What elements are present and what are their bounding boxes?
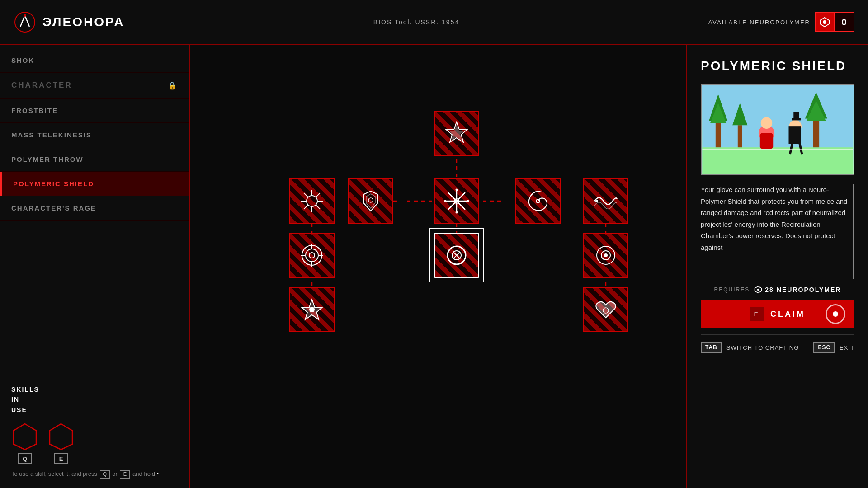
svg-point-34 xyxy=(456,211,458,214)
burst2-icon xyxy=(298,296,326,323)
character-name: ЭЛЕОНОРА xyxy=(42,15,124,29)
svg-point-65 xyxy=(761,117,772,129)
sidebar-item-character[interactable]: CHARACTER 🔒 xyxy=(0,73,189,99)
claim-button[interactable]: F CLAIM xyxy=(701,300,854,328)
burst-icon xyxy=(298,188,326,215)
skill-image xyxy=(701,84,854,175)
skill-node-n2[interactable] xyxy=(289,178,335,224)
skill-node-n5[interactable] xyxy=(515,178,561,224)
logo-icon xyxy=(14,11,36,33)
svg-rect-68 xyxy=(789,126,801,144)
lock-icon: 🔒 xyxy=(168,81,178,90)
skills-in-use-section: SKILLS IN USE Q E To use a skill, select… xyxy=(0,375,189,488)
requires-row: REQUIRES 28 NEUROPOLYMER xyxy=(701,279,854,300)
svg-point-3 xyxy=(823,20,826,24)
neuropolymer-icon xyxy=(815,12,835,32)
claim-circle-icon xyxy=(826,304,845,324)
neuropolymer-badge: 0 xyxy=(815,12,854,32)
requires-label: REQUIRES xyxy=(714,286,750,293)
sidebar-item-shok[interactable]: SHOK xyxy=(0,45,189,73)
svg-rect-59 xyxy=(738,125,742,147)
skill-node-n3[interactable] xyxy=(348,178,393,224)
claim-label: CLAIM xyxy=(770,310,805,319)
neuropolymer-count: 0 xyxy=(835,12,854,32)
svg-line-23 xyxy=(304,193,308,197)
sidebar: SHOK CHARACTER 🔒 FROSTBITE MASS TELEKINE… xyxy=(0,45,190,488)
skill-image-inner xyxy=(702,85,854,174)
skill-node-n4[interactable] xyxy=(434,178,479,224)
q-key: Q xyxy=(18,453,32,464)
q-key-inline: Q xyxy=(100,470,110,479)
skills-in-use-label: SKILLS IN USE xyxy=(11,385,178,415)
svg-marker-4 xyxy=(14,424,36,450)
slot-e: E xyxy=(47,422,75,464)
sidebar-item-polymer-throw[interactable]: POLYMER THROW xyxy=(0,147,189,172)
shield-tile-icon xyxy=(357,188,384,215)
neuropolymer-req-icon xyxy=(754,286,762,294)
skill-artwork xyxy=(702,85,854,174)
claim-key-badge: F xyxy=(750,307,764,321)
slot-q: Q xyxy=(11,422,38,464)
spiral-icon xyxy=(524,188,552,215)
hex-slots: Q E xyxy=(11,422,178,464)
svg-point-50 xyxy=(604,253,608,257)
header-right: AVAILABLE NEUROPOLYMER 0 xyxy=(708,12,854,32)
esc-key: ESC xyxy=(813,342,835,353)
skills-hint: To use a skill, select it, and press Q o… xyxy=(11,469,178,479)
header: ЭЛЕОНОРА BIOS Tool. USSR. 1954 AVAILABLE… xyxy=(0,0,868,45)
exit-button[interactable]: ESC EXIT xyxy=(813,342,854,353)
svg-rect-61 xyxy=(813,119,819,148)
skill-list: SHOK CHARACTER 🔒 FROSTBITE MASS TELEKINE… xyxy=(0,45,189,375)
svg-point-35 xyxy=(444,200,447,202)
svg-line-24 xyxy=(316,205,320,209)
svg-point-27 xyxy=(368,198,373,202)
right-panel: POLYMERIC SHIELD xyxy=(687,45,868,488)
snowflake-icon xyxy=(443,188,470,215)
svg-point-75 xyxy=(757,289,760,291)
wave-icon xyxy=(592,188,619,215)
hex-slot-2-icon xyxy=(47,422,75,451)
skill-node-n6[interactable] xyxy=(583,178,628,224)
header-subtitle: BIOS Tool. USSR. 1954 xyxy=(373,19,459,26)
heart-icon xyxy=(592,296,619,323)
svg-line-26 xyxy=(304,205,308,209)
polymer-shield-node-icon xyxy=(443,242,470,269)
crafting-label: SWITCH TO CRAFTING xyxy=(726,344,799,351)
header-left: ЭЛЕОНОРА xyxy=(14,11,124,33)
main-content: SHOK CHARACTER 🔒 FROSTBITE MASS TELEKINE… xyxy=(0,45,868,488)
svg-rect-70 xyxy=(793,112,799,119)
svg-marker-5 xyxy=(50,424,72,450)
bottom-bar: TAB SWITCH TO CRAFTING ESC EXIT xyxy=(701,334,854,353)
skill-node-n11[interactable] xyxy=(583,287,628,332)
skill-title: POLYMERIC SHIELD xyxy=(701,59,854,73)
skill-node-n7[interactable] xyxy=(289,233,335,278)
target-icon xyxy=(298,242,326,269)
sidebar-item-polymeric-shield[interactable]: POLYMERIC SHIELD xyxy=(0,172,189,196)
hex-slot-1-icon xyxy=(11,422,38,451)
svg-line-25 xyxy=(316,193,320,197)
tab-key: TAB xyxy=(701,342,722,353)
star-icon xyxy=(443,120,470,147)
skill-node-n9[interactable] xyxy=(583,233,628,278)
requires-amount: 28 NEUROPOLYMER xyxy=(754,286,841,294)
svg-point-52 xyxy=(309,307,315,312)
skill-tree xyxy=(190,45,687,488)
svg-point-36 xyxy=(467,200,469,202)
skill-node-n1[interactable] xyxy=(434,111,479,156)
svg-point-40 xyxy=(306,249,318,262)
e-key: E xyxy=(54,453,68,464)
crafting-button[interactable]: TAB SWITCH TO CRAFTING xyxy=(701,342,799,353)
available-neuropolymer-label: AVAILABLE NEUROPOLYMER xyxy=(708,19,810,26)
svg-point-38 xyxy=(595,200,598,202)
svg-rect-56 xyxy=(716,121,721,147)
svg-point-18 xyxy=(307,196,317,206)
skill-node-n10[interactable] xyxy=(289,287,335,332)
svg-point-1 xyxy=(24,14,26,17)
target2-icon xyxy=(592,242,619,269)
skill-node-n8[interactable] xyxy=(434,233,479,278)
sidebar-item-mass-telekinesis[interactable]: MASS TELEKINESIS xyxy=(0,123,189,147)
sidebar-item-characters-rage[interactable]: CHARACTER'S RAGE xyxy=(0,196,189,221)
svg-rect-66 xyxy=(760,133,773,149)
e-key-inline: E xyxy=(120,470,130,479)
sidebar-item-frostbite[interactable]: FROSTBITE xyxy=(0,99,189,123)
